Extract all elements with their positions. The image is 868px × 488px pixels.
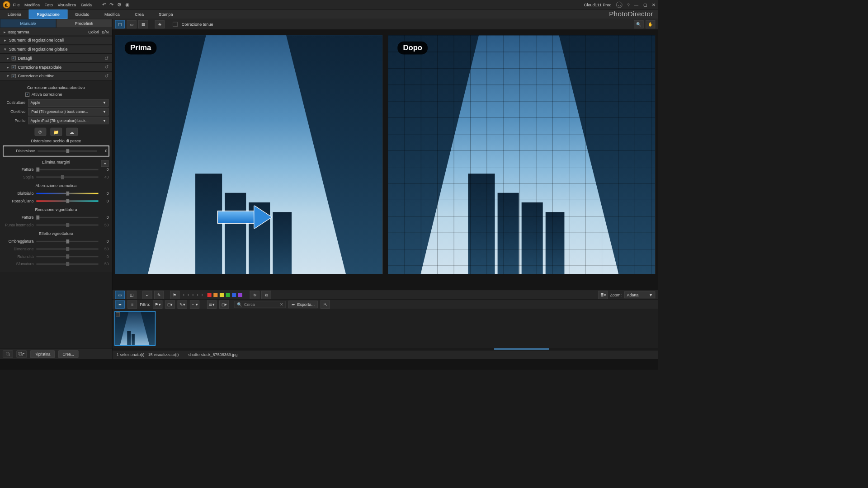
midpoint-slider[interactable]: Punto intermedio 50 (4, 221, 109, 228)
filter-color-button[interactable]: ◻▾ (219, 300, 229, 308)
profile-dropdown[interactable]: Apple iPad (7th generation) back...▼ (28, 117, 108, 124)
clear-search-icon[interactable]: ✕ (280, 302, 283, 307)
lens-checkbox[interactable]: ✓ (12, 74, 16, 78)
section-detail[interactable]: ▸✓Dettagli ↺ (0, 54, 112, 63)
refresh-profile-button[interactable]: ⟳ (34, 128, 46, 136)
section-histogram[interactable]: ▸Istogramma Colori B/N (0, 28, 112, 36)
view-grid-button[interactable]: ▦ (138, 20, 148, 28)
redo-icon[interactable]: ↷ (109, 2, 113, 7)
fs-view1-button[interactable]: ▭ (115, 291, 125, 299)
label-purple[interactable] (238, 293, 242, 297)
distortion-slider[interactable]: Distorsione 0 (5, 148, 108, 155)
filter-label-button[interactable]: ◻▾ (165, 300, 175, 308)
lens-dropdown[interactable]: iPad (7th generation) back came...▼ (28, 108, 108, 116)
label-orange[interactable] (213, 293, 217, 297)
create-preset-button[interactable]: Crea... (58, 350, 79, 358)
menu-edit[interactable]: Modifica (24, 2, 40, 7)
fs-reload-button[interactable]: ↻ (250, 291, 259, 299)
view-mirror-button[interactable]: ⬘ (155, 20, 165, 28)
label-blue[interactable] (232, 293, 236, 297)
reset-icon[interactable]: ↺ (104, 73, 108, 79)
subtab-manual[interactable]: Manuale (0, 19, 56, 28)
menu-view[interactable]: Visualizza (57, 2, 76, 7)
user-avatar-icon[interactable]: ◡ (616, 1, 623, 8)
help-icon[interactable]: ? (627, 2, 629, 7)
reset-icon[interactable]: ↺ (104, 56, 108, 61)
soft-correction-checkbox[interactable] (173, 22, 178, 27)
size-slider[interactable]: Dimensione 50 (4, 245, 109, 252)
view-compare-button[interactable]: ◫ (115, 20, 125, 28)
filter-more-button[interactable]: ⋯▾ (190, 300, 199, 308)
fs-sort-button[interactable]: ≣▾ (598, 291, 608, 299)
feather-slider[interactable]: Sfumatura 50 (4, 261, 109, 267)
label-red[interactable] (208, 293, 212, 297)
fs-flag-button[interactable]: ⚑ (170, 291, 179, 299)
before-pane[interactable]: Prima (115, 35, 382, 274)
fs-brush-button[interactable]: ✎ (154, 291, 164, 299)
tab-print[interactable]: Stampa (151, 9, 181, 19)
pin-icon[interactable]: ✦ (101, 160, 109, 167)
round-slider[interactable]: Rotondità 0 (4, 253, 109, 260)
enable-correction-checkbox[interactable]: ✓ (25, 93, 29, 97)
download-profile-button[interactable]: ☁ (66, 128, 78, 136)
tab-edit[interactable]: Modifica (97, 9, 127, 19)
after-pane[interactable]: Dopo (388, 35, 655, 274)
histogram-bw[interactable]: B/N (102, 29, 108, 34)
reset-button[interactable]: Ripristina (30, 350, 55, 358)
trapezoid-checkbox[interactable]: ✓ (12, 65, 16, 69)
section-trapezoid[interactable]: ▸✓Correzione trapezoidale ↺ (0, 63, 112, 72)
histogram-colors[interactable]: Colori (88, 29, 99, 34)
label-green[interactable] (226, 293, 230, 297)
menu-file[interactable]: File (13, 2, 20, 7)
menu-help[interactable]: Guida (81, 2, 92, 7)
section-global-tools[interactable]: ▾Strumenti di regolazione globale (0, 45, 112, 54)
fs-list-button[interactable]: ≡ (127, 300, 137, 308)
fs-view2-button[interactable]: ◫ (127, 291, 136, 299)
fs-rotate-button[interactable]: ⤾ (142, 291, 152, 299)
paste-adjustments-button[interactable]: ⿻⁺ (16, 350, 27, 358)
copy-adjustments-button[interactable]: ⿻ (3, 350, 13, 358)
import-profile-button[interactable]: 📁 (50, 128, 62, 136)
crop-threshold-value: 40 (99, 175, 109, 179)
filter-rating-button[interactable]: ≣▾ (207, 300, 217, 308)
tab-adjustment[interactable]: Regolazione (29, 9, 67, 19)
subtab-presets[interactable]: Predefiniti (56, 19, 112, 28)
filmstrip-scrollbar[interactable] (113, 348, 658, 350)
section-local-tools[interactable]: ▸Strumenti di regolazione locali (0, 36, 112, 45)
view-single-button[interactable]: ▭ (127, 20, 136, 28)
notification-icon[interactable]: ◉ (125, 2, 129, 7)
maximize-icon[interactable]: ▢ (643, 2, 647, 7)
filter-edit-button[interactable]: ✎▾ (178, 300, 187, 308)
maker-dropdown[interactable]: Apple▼ (28, 99, 108, 107)
red-cyan-slider[interactable]: Rosso/Ciano 0 (4, 197, 109, 204)
crop-factor-slider[interactable]: Fattore 0 (4, 166, 109, 173)
export-button[interactable]: ➦ Esporta... (288, 300, 318, 308)
rating-dots[interactable]: • • • • • (183, 292, 204, 297)
user-label[interactable]: Cloud111 Prod (584, 2, 612, 7)
reset-icon[interactable]: ↺ (104, 65, 108, 70)
search-input[interactable]: 🔍 Cerca ✕ (234, 301, 286, 308)
menu-photo[interactable]: Foto (45, 2, 53, 7)
blue-yellow-slider[interactable]: Blu/Giallo 0 (4, 190, 109, 197)
settings-icon[interactable]: ⚙ (117, 2, 122, 7)
zoom-tool-button[interactable]: 🔍 (634, 20, 643, 28)
crop-threshold-slider[interactable]: Soglia 40 (4, 174, 109, 180)
section-lens[interactable]: ▾✓Correzione obiettivo ↺ (0, 71, 112, 80)
filter-flag-button[interactable]: ⚑▾ (153, 300, 162, 308)
label-yellow[interactable] (220, 293, 224, 297)
shade-slider[interactable]: Ombreggiatura 0 (4, 238, 109, 245)
devig-factor-slider[interactable]: Fattore 0 (4, 214, 109, 221)
tab-library[interactable]: Libreria (0, 9, 29, 19)
tab-guided[interactable]: Guidato (67, 9, 97, 19)
undo-icon[interactable]: ↶ (102, 2, 106, 7)
pan-tool-button[interactable]: ✋ (646, 20, 655, 28)
minimize-icon[interactable]: — (634, 2, 638, 7)
tab-create[interactable]: Crea (127, 9, 151, 19)
fs-thumb-button[interactable]: ▪▪ (115, 300, 125, 308)
fs-screen-button[interactable]: ⧉ (262, 291, 271, 299)
thumbnail-selected[interactable] (114, 311, 156, 346)
close-icon[interactable]: ✕ (652, 2, 656, 7)
detail-checkbox[interactable]: ✓ (12, 56, 16, 60)
zoom-dropdown[interactable]: Adatta▼ (624, 291, 655, 298)
share-button[interactable]: ⇱ (321, 300, 330, 308)
